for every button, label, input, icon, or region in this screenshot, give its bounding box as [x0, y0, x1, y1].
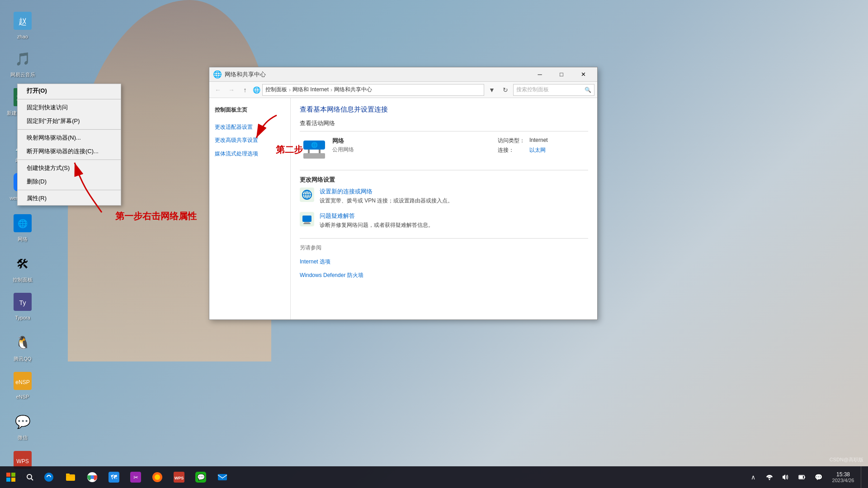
svg-rect-60 — [804, 477, 805, 478]
dropdown-button[interactable]: ▼ — [486, 84, 498, 96]
minimize-button[interactable]: ─ — [529, 68, 550, 81]
forward-button[interactable]: → — [226, 84, 237, 96]
action-center-icon[interactable]: 💬 — [811, 466, 826, 488]
maximize-button[interactable]: □ — [551, 68, 572, 81]
svg-text:💬: 💬 — [197, 474, 205, 481]
control-icon: 🛠 — [12, 253, 33, 275]
desktop-icons-area: 赵 zhao 🎵 网易云音乐 XLS 新建 XLS 工作表 💻 此电脑 — [0, 0, 72, 488]
svg-rect-31 — [302, 216, 311, 222]
desktop-icon-zhao[interactable]: 赵 zhao — [5, 8, 41, 42]
breadcrumb-current: 网络和共享中心 — [334, 86, 372, 94]
svg-rect-21 — [308, 150, 310, 153]
divider-2 — [300, 170, 588, 170]
taskbar-edge[interactable] — [38, 466, 60, 488]
troubleshoot-details: 问题疑难解答 诊断并修复网络问题，或者获得疑难解答信息。 — [320, 212, 588, 229]
svg-text:🌐: 🌐 — [311, 141, 318, 148]
internet-options-link[interactable]: Internet 选项 — [300, 255, 588, 269]
divider-1 — [300, 131, 588, 131]
connection-value[interactable]: 以太网 — [529, 146, 546, 154]
taskbar-search-button[interactable] — [22, 466, 38, 488]
breadcrumb-control: 控制面板 — [265, 86, 287, 94]
context-menu-open[interactable]: 打开(O) — [18, 84, 121, 98]
ensp-icon: eNSP — [12, 370, 33, 392]
address-bar: ← → ↑ 🌐 控制面板 › 网络和 Internet › 网络和共享中心 ▼ … — [209, 82, 597, 98]
svg-point-39 — [27, 474, 32, 479]
desktop-icon-ensp[interactable]: eNSP eNSP — [5, 368, 41, 402]
network-globe-icon: 🌐 — [303, 137, 325, 163]
back-button[interactable]: ← — [212, 84, 224, 96]
sidebar-advanced-sharing[interactable]: 更改高级共享设置 — [209, 134, 290, 147]
up-button[interactable]: ↑ — [239, 84, 251, 96]
taskbar-firefox[interactable] — [146, 466, 168, 488]
desktop-icon-typora[interactable]: Ty Typora — [5, 289, 41, 323]
taskbar-maps[interactable]: 🗺 — [103, 466, 125, 488]
typora-icon: Ty — [12, 291, 33, 313]
context-menu-pin-start[interactable]: 固定到"开始"屏幕(P) — [18, 114, 121, 128]
also-see-title: 另请参阅 — [300, 244, 588, 252]
desktop: 赵 zhao 🎵 网易云音乐 XLS 新建 XLS 工作表 💻 此电脑 — [0, 0, 868, 488]
troubleshoot-icon — [300, 212, 314, 229]
clock-time: 15:38 — [836, 471, 850, 478]
taskbar-mail[interactable] — [212, 466, 233, 488]
taskbar-clock[interactable]: 15:38 2023/4/26 — [827, 471, 859, 483]
svg-text:eNSP: eNSP — [15, 379, 29, 385]
taskbar-explorer[interactable] — [60, 466, 81, 488]
qq-label: 腾讯QQ — [14, 356, 31, 362]
wangyi-icon: 🎵 — [12, 48, 33, 70]
taskbar-wps[interactable]: WPS — [168, 466, 190, 488]
network-type: 公用网络 — [332, 146, 498, 154]
svg-rect-36 — [11, 473, 15, 477]
desktop-icon-wangyi[interactable]: 🎵 网易云音乐 — [5, 46, 41, 80]
context-menu-create-shortcut[interactable]: 创建快捷方式(S) — [18, 161, 121, 175]
refresh-button[interactable]: ↻ — [500, 84, 511, 96]
start-button[interactable] — [0, 466, 22, 488]
svg-text:🗺: 🗺 — [111, 474, 117, 481]
svg-rect-42 — [66, 474, 70, 475]
taskbar-wechat[interactable]: 💬 — [190, 466, 212, 488]
desktop-icon-network[interactable]: 🌐 网络 — [5, 211, 41, 244]
close-button[interactable]: ✕ — [573, 68, 594, 81]
new-connection-details: 设置新的连接或网络 设置宽带、拨号或 VPN 连接；或设置路由器或接入点。 — [320, 188, 588, 205]
context-menu-delete[interactable]: 删除(D) — [18, 175, 121, 188]
titlebar-controls: ─ □ ✕ — [529, 68, 594, 81]
context-separator-3 — [18, 160, 121, 160]
desktop-icon-control[interactable]: 🛠 控制面板 — [5, 251, 41, 285]
network-label: 网络 — [18, 236, 28, 242]
content-area: 查看基本网络信息并设置连接 查看活动网络 🌐 — [291, 98, 597, 319]
context-menu-map-drive[interactable]: 映射网络驱动器(N)... — [18, 131, 121, 145]
network-status-icon[interactable] — [762, 466, 777, 488]
breadcrumb-bar[interactable]: 控制面板 › 网络和 Internet › 网络和共享中心 — [262, 84, 484, 96]
show-desktop-button[interactable] — [861, 466, 864, 488]
svg-rect-56 — [218, 474, 227, 480]
svg-text:赵: 赵 — [19, 17, 27, 26]
volume-icon[interactable] — [778, 466, 793, 488]
connection-label: 连接： — [498, 146, 529, 154]
sidebar-home[interactable]: 控制面板主页 — [209, 103, 290, 117]
new-connection-icon — [300, 188, 314, 205]
desktop-icon-wechat[interactable]: 💬 微信 — [5, 409, 41, 442]
sidebar-adapter-settings[interactable]: 更改适配器设置 — [209, 121, 290, 134]
taskbar-apps: 🗺 ✂ WPS — [38, 466, 746, 488]
svg-rect-38 — [11, 478, 15, 482]
windows-defender-link[interactable]: Windows Defender 防火墙 — [300, 269, 588, 282]
sidebar-media-streaming[interactable]: 媒体流式处理选项 — [209, 147, 290, 161]
troubleshoot-desc: 诊断并修复网络问题，或者获得疑难解答信息。 — [320, 221, 588, 229]
context-menu-disconnect[interactable]: 断开网络驱动器的连接(C)... — [18, 145, 121, 158]
wechat-label: 微信 — [18, 434, 28, 441]
search-box[interactable]: 搜索控制面板 🔍 — [513, 84, 594, 96]
taskbar-snip[interactable]: ✂ — [125, 466, 146, 488]
battery-icon[interactable] — [795, 466, 809, 488]
context-menu-pin-quick[interactable]: 固定到快速访问 — [18, 101, 121, 114]
search-icon: 🔍 — [585, 87, 591, 93]
taskbar-chrome[interactable] — [81, 466, 103, 488]
svg-text:✂: ✂ — [133, 474, 138, 481]
svg-line-40 — [31, 479, 33, 480]
clock-date: 2023/4/26 — [832, 478, 854, 483]
svg-rect-41 — [66, 474, 75, 481]
new-connection-link[interactable]: 设置新的连接或网络 — [320, 188, 588, 196]
desktop-icon-qq[interactable]: 🐧 腾讯QQ — [5, 330, 41, 364]
svg-point-45 — [90, 475, 94, 479]
troubleshoot-link[interactable]: 问题疑难解答 — [320, 212, 588, 220]
show-hidden-icons[interactable]: ∧ — [746, 466, 760, 488]
context-menu-properties[interactable]: 属性(R) — [18, 192, 121, 205]
